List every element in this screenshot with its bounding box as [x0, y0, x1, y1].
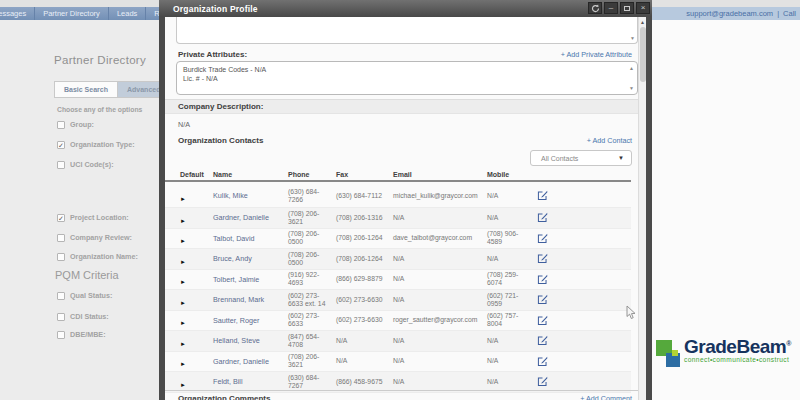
table-row[interactable]: ► Bruce, Andy (708) 206-0500 (708) 206-1… — [165, 249, 631, 270]
nav-item-messages[interactable]: Messages — [0, 7, 35, 20]
contact-email: N/A — [393, 378, 487, 386]
minimize-button[interactable]: – — [604, 2, 618, 14]
table-row[interactable]: ► Talbot, David (708) 206-0500 (708) 206… — [165, 229, 631, 250]
modal-scrollbar[interactable]: ▲ — [638, 17, 646, 400]
textarea-scroll-down-icon[interactable]: ▼ — [629, 85, 634, 91]
contact-name-link[interactable]: Feldt, Bill — [213, 377, 288, 386]
default-marker-icon[interactable]: ► — [180, 259, 186, 265]
edit-contact-button[interactable] — [537, 190, 631, 201]
scrolled-textarea-partial[interactable]: ▼ — [176, 17, 638, 44]
filter-project-location: ✓ Project Location: — [57, 213, 129, 222]
edit-icon — [537, 253, 548, 264]
cdi-status-checkbox[interactable] — [57, 313, 65, 321]
registered-mark: ® — [786, 340, 791, 347]
contact-name-link[interactable]: Bruce, Andy — [213, 254, 288, 263]
contact-email: N/A — [393, 296, 487, 304]
contact-phone: (708) 206-0500 — [288, 230, 336, 246]
edit-contact-button[interactable] — [537, 294, 631, 305]
contact-mobile: N/A — [487, 357, 537, 365]
default-marker-icon[interactable]: ► — [180, 320, 186, 326]
dbe-mbe-checkbox[interactable] — [57, 331, 65, 339]
contacts-filter-dropdown[interactable]: All Contacts ▼ — [530, 150, 632, 166]
scrollbar-thumb[interactable] — [640, 27, 646, 82]
nav-item-reports[interactable]: Reports — [146, 7, 159, 20]
edit-contact-button[interactable] — [537, 315, 631, 326]
qual-status-checkbox[interactable] — [57, 292, 65, 300]
contact-name-link[interactable]: Sautter, Roger — [213, 316, 288, 325]
table-row[interactable]: ► Gardner, Danielle (708) 206-3621 (708)… — [165, 208, 631, 229]
company-review-checkbox[interactable] — [57, 234, 65, 242]
contact-email: roger_sautter@graycor.com — [393, 316, 487, 324]
default-marker-icon[interactable]: ► — [180, 300, 186, 306]
private-attributes-label: Private Attributes: — [178, 50, 247, 59]
contact-mobile: (602) 721-0959 — [487, 292, 537, 308]
nav-item-partner-directory[interactable]: Partner Directory — [35, 7, 109, 20]
default-marker-icon[interactable]: ► — [180, 382, 186, 388]
textarea-scroll-down-icon[interactable]: ▼ — [630, 35, 635, 41]
contact-name-link[interactable]: Gardner, Danielle — [213, 213, 288, 222]
filter-company-review: Company Review: — [57, 233, 132, 242]
edit-contact-button[interactable] — [537, 233, 631, 244]
edit-contact-button[interactable] — [537, 274, 631, 285]
scroll-up-icon[interactable]: ▲ — [639, 19, 646, 25]
contact-mobile: N/A — [487, 192, 537, 200]
group-checkbox[interactable] — [57, 121, 65, 129]
private-attributes-textarea[interactable]: Burdick Trade Codes - N/A Lic. # - N/A ▲… — [176, 61, 638, 95]
default-marker-icon[interactable]: ► — [180, 341, 186, 347]
organization-type-checkbox[interactable]: ✓ — [57, 141, 65, 149]
table-row[interactable]: ► Tolbert, Jaimie (916) 922-4693 (866) 6… — [165, 270, 631, 291]
edit-icon — [537, 376, 548, 387]
refresh-button[interactable] — [588, 2, 602, 14]
contact-name-link[interactable]: Kulik, Mike — [213, 191, 288, 200]
edit-icon — [537, 274, 548, 285]
filter-label: Organization Name: — [70, 252, 138, 261]
main-nav: Messages Partner Directory Leads Reports — [0, 7, 159, 20]
pqm-criteria-title: PQM Criteria — [55, 269, 119, 281]
filter-label: Company Review: — [70, 233, 132, 242]
project-location-checkbox[interactable]: ✓ — [57, 214, 65, 222]
contact-name-link[interactable]: Tolbert, Jaimie — [213, 275, 288, 284]
edit-contact-button[interactable] — [537, 376, 631, 387]
add-contact-link[interactable]: + Add Contact — [587, 136, 632, 145]
contact-phone: (602) 273-6633 — [288, 312, 336, 328]
default-marker-icon[interactable]: ► — [180, 238, 186, 244]
default-marker-icon[interactable]: ► — [180, 218, 186, 224]
add-private-attribute-link[interactable]: + Add Private Attribute — [561, 50, 632, 59]
filter-label: DBE/MBE: — [70, 330, 106, 339]
textarea-scroll-up-icon[interactable]: ▲ — [629, 65, 634, 71]
filter-cdi-status: CDI Status: — [57, 312, 109, 321]
table-row[interactable]: ► Kulik, Mike (630) 684-7266 (630) 684-7… — [165, 184, 631, 208]
organization-name-checkbox[interactable] — [57, 253, 65, 261]
edit-contact-button[interactable] — [537, 212, 631, 223]
table-row[interactable]: ► Sautter, Roger (602) 273-6633 (602) 27… — [165, 311, 631, 332]
support-call-link[interactable]: Call — [783, 9, 796, 18]
close-button[interactable]: × — [636, 2, 650, 14]
default-marker-icon[interactable]: ► — [180, 196, 186, 202]
tab-basic-search[interactable]: Basic Search — [54, 81, 118, 98]
contact-name-link[interactable]: Gardner, Danielle — [213, 357, 288, 366]
default-marker-icon[interactable]: ► — [180, 279, 186, 285]
edit-contact-button[interactable] — [537, 253, 631, 264]
nav-item-leads[interactable]: Leads — [109, 7, 146, 20]
column-header-phone: Phone — [288, 171, 336, 178]
contact-name-link[interactable]: Helland, Steve — [213, 336, 288, 345]
default-marker-icon[interactable]: ► — [180, 361, 186, 367]
table-row[interactable]: ► Gardner, Danielle (708) 206-3621 N/A N… — [165, 352, 631, 373]
table-row[interactable]: ► Helland, Steve (847) 654-4708 N/A N/A … — [165, 331, 631, 352]
contact-name-link[interactable]: Brennand, Mark — [213, 295, 288, 304]
edit-contact-button[interactable] — [537, 335, 631, 346]
add-comment-link[interactable]: + Add Comment — [580, 394, 632, 400]
contact-name-link[interactable]: Talbot, David — [213, 234, 288, 243]
contact-fax: (708) 206-1264 — [336, 255, 393, 263]
table-row[interactable]: ► Brennand, Mark (602) 273-6633 ext. 14 … — [165, 290, 631, 311]
edit-icon — [537, 233, 548, 244]
modal-content: ▼ Private Attributes: + Add Private Attr… — [165, 17, 646, 400]
contact-mobile: (708) 259-6074 — [487, 271, 537, 287]
maximize-button[interactable] — [620, 2, 634, 14]
uci-codes-checkbox[interactable] — [57, 161, 65, 169]
support-email-link[interactable]: support@gradebeam.com — [686, 9, 773, 18]
edit-contact-button[interactable] — [537, 356, 631, 367]
contact-mobile: N/A — [487, 214, 537, 222]
edit-icon — [537, 356, 548, 367]
modal-titlebar[interactable]: Organization Profile – × — [159, 0, 652, 17]
